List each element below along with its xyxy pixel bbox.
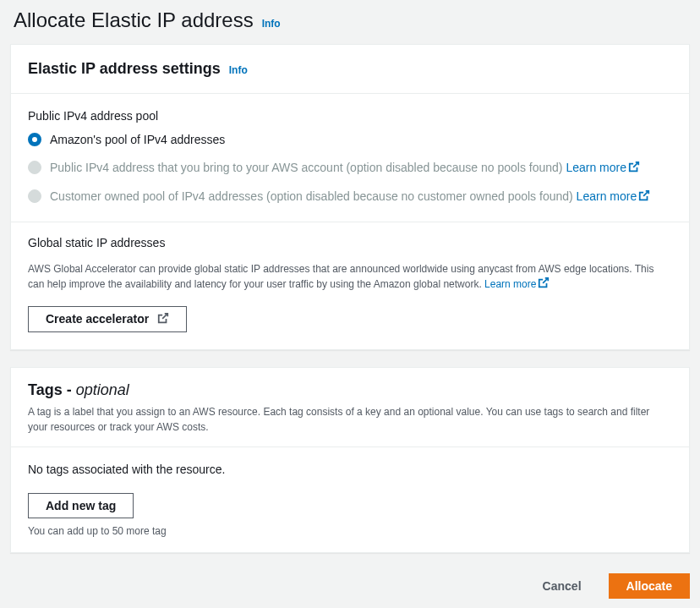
tags-panel: Tags - optional A tag is a label that yo… [10,367,690,553]
footer-actions: Cancel Allocate [0,570,700,608]
settings-panel: Elastic IP address settings Info Public … [10,44,690,350]
no-tags-text: No tags associated with the resource. [28,463,672,476]
radio-amazon-label: Amazon's pool of IPv4 addresses [50,131,225,149]
global-ip-description-text: AWS Global Accelerator can provide globa… [28,263,654,290]
tags-optional-text: optional [76,381,129,398]
settings-info-link[interactable]: Info [229,64,248,76]
tags-body: No tags associated with the resource. Ad… [11,447,689,552]
external-link-icon [157,312,169,326]
cancel-button[interactable]: Cancel [526,573,599,599]
radio-amazon-pool[interactable]: Amazon's pool of IPv4 addresses [28,131,672,149]
tags-title: Tags - optional [28,381,672,399]
tags-panel-header: Tags - optional A tag is a label that yo… [11,368,689,447]
learn-more-text: Learn more [484,278,536,290]
radio-customer-pool: Customer owned pool of IPv4 addresses (o… [28,188,672,206]
radio-disabled-icon [28,161,41,174]
external-link-icon [628,160,640,178]
allocate-button[interactable]: Allocate [609,573,690,599]
settings-panel-title: Elastic IP address settings [28,60,221,78]
global-learn-more-link[interactable]: Learn more [484,278,550,290]
radio-byoip-label: Public IPv4 address that you bring to yo… [50,159,640,178]
add-new-tag-button[interactable]: Add new tag [28,493,134,518]
global-ip-description: AWS Global Accelerator can provide globa… [28,261,672,293]
radio-selected-icon [28,133,41,146]
radio-byoip-text: Public IPv4 address that you bring to yo… [50,161,566,174]
radio-disabled-icon [28,189,41,203]
tags-description: A tag is a label that you assign to an A… [28,404,672,435]
learn-more-text: Learn more [577,189,637,203]
learn-more-text: Learn more [566,161,626,174]
pool-label: Public IPv4 address pool [28,109,672,123]
global-ip-title: Global static IP addresses [28,236,672,249]
radio-customer-text: Customer owned pool of IPv4 addresses (o… [50,189,577,203]
pool-section: Public IPv4 address pool Amazon's pool o… [11,94,689,222]
byoip-learn-more-link[interactable]: Learn more [566,161,640,174]
create-accelerator-label: Create accelerator [46,312,149,326]
external-link-icon [538,277,550,293]
page-title: Allocate Elastic IP address [14,8,254,32]
page-info-link[interactable]: Info [262,18,281,30]
create-accelerator-button[interactable]: Create accelerator [28,306,187,332]
page-header: Allocate Elastic IP address Info [0,0,700,44]
customer-learn-more-link[interactable]: Learn more [577,189,651,203]
tags-title-text: Tags - [28,381,76,398]
global-ip-section: Global static IP addresses AWS Global Ac… [11,222,689,349]
radio-customer-label: Customer owned pool of IPv4 addresses (o… [50,188,650,206]
external-link-icon [638,189,650,206]
radio-byoip-pool: Public IPv4 address that you bring to yo… [28,159,672,178]
settings-panel-header: Elastic IP address settings Info [11,45,689,94]
tags-limit-text: You can add up to 50 more tag [28,525,672,537]
